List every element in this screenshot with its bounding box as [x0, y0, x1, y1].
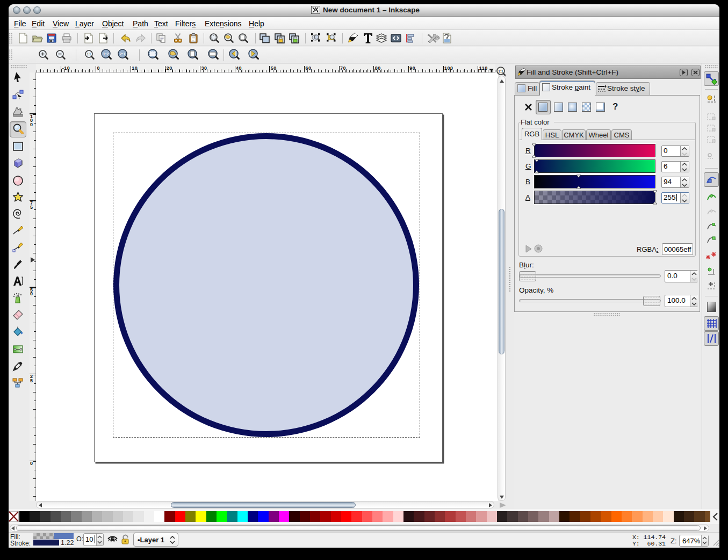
svg-text:1:1: 1:1: [498, 69, 503, 73]
svg-text:2:1: 2:1: [120, 52, 126, 56]
svg-text:1:2: 1:2: [103, 52, 109, 56]
svg-text:1:1: 1:1: [87, 53, 91, 56]
